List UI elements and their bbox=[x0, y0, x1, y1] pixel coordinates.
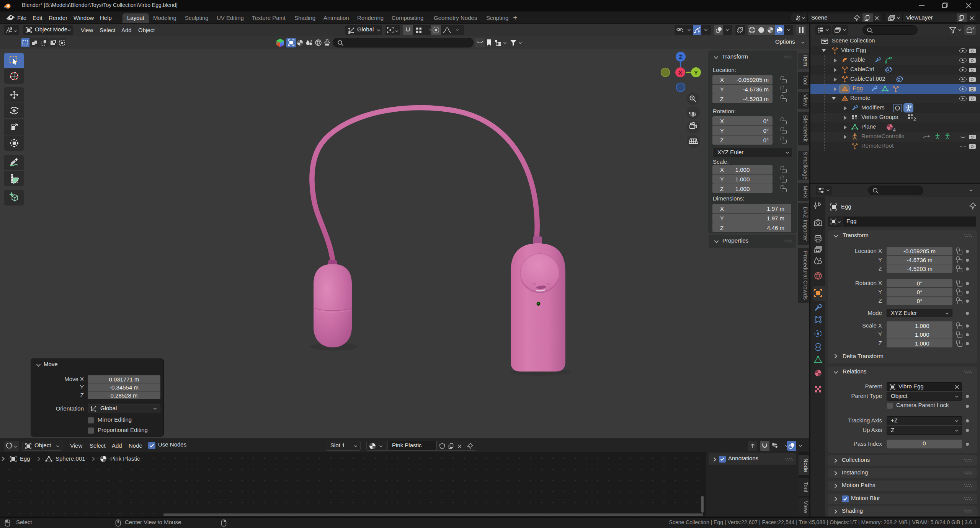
svg-text:Y: Y bbox=[694, 69, 698, 76]
svg-text:HI: HI bbox=[547, 282, 549, 285]
svg-text:2: 2 bbox=[913, 117, 916, 122]
svg-text:Z: Z bbox=[679, 54, 682, 60]
svg-text:4: 4 bbox=[893, 127, 896, 132]
svg-text:LO: LO bbox=[532, 283, 536, 285]
svg-text:X: X bbox=[678, 69, 682, 76]
